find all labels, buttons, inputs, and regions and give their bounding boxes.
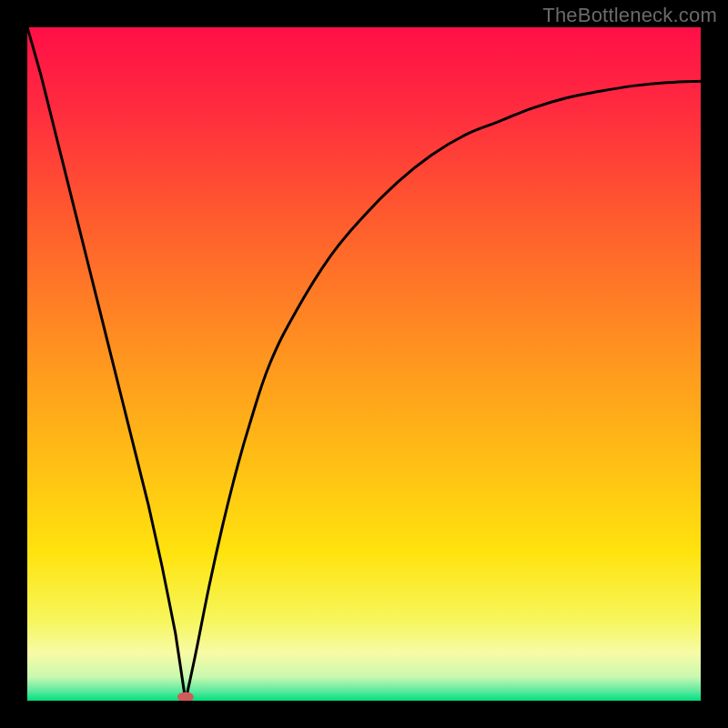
plot-area bbox=[27, 27, 701, 701]
gradient-background bbox=[27, 27, 701, 701]
watermark-text: TheBottleneck.com bbox=[542, 4, 717, 27]
bottleneck-curve-chart bbox=[27, 27, 701, 701]
chart-frame: TheBottleneck.com bbox=[0, 0, 728, 728]
